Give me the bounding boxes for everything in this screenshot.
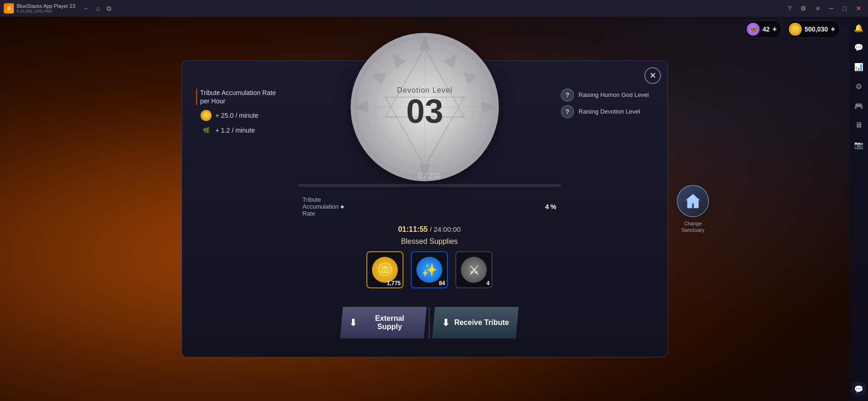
tribute-rate-items: 🪙 + 25.0 / minute 🌿 + 1.2 / minute (196, 110, 298, 136)
accumulation-rate-section: Tribute Accumulation Rate ◆ 4 % (298, 196, 561, 217)
gold-rate-value: + 25.0 / minute (215, 112, 258, 119)
top-nav: ← ⌂ ⧉ (81, 4, 113, 13)
svg-marker-17 (686, 194, 700, 208)
change-sanctuary-button[interactable]: Change Sanctuary (677, 185, 709, 233)
help-icon-1: ? (561, 89, 574, 102)
app-name: BlueStacks App Player 23 5.21.631.1001 P… (17, 3, 75, 13)
home-button[interactable]: ⌂ (94, 4, 102, 13)
sanctuary-label: Change Sanctuary (681, 220, 704, 233)
receive-tribute-icon: ⬇ (442, 317, 450, 328)
button-divider (428, 307, 430, 338)
copy-button[interactable]: ⧉ (104, 4, 113, 13)
coin-currency: 🪙 500,030 + (786, 20, 840, 38)
sidebar-icon-3[interactable]: 📊 (852, 60, 865, 73)
coin-plus-button[interactable]: + (831, 25, 835, 33)
rate-percent: 4 % (545, 203, 556, 210)
right-sidebar: 🔔 💬 📊 ⚙ 🎮 🖥 📷 💬 (849, 17, 868, 401)
maximize-button[interactable]: □ (840, 4, 849, 13)
sidebar-icon-5[interactable]: 🎮 (852, 99, 865, 112)
bottom-buttons: ⬇ External Supply ⬇ Receive Tribute (340, 307, 518, 338)
sanctuary-circle-icon (677, 185, 709, 217)
minimize-button[interactable]: ─ (826, 4, 837, 13)
help-item-2[interactable]: ? Raising Devotion Level (561, 105, 654, 118)
sidebar-icon-chat[interactable]: 💬 (851, 382, 866, 396)
spirit-rate-value: + 1.2 / minute (215, 127, 255, 134)
game-hud-currencies: 🦋 42 + 🪙 500,030 + (744, 20, 840, 38)
external-supply-button[interactable]: ⬇ External Supply (340, 307, 427, 338)
external-supply-icon: ⬇ (349, 317, 357, 328)
butterfly-plus-button[interactable]: + (773, 25, 777, 33)
top-bar: B BlueStacks App Player 23 5.21.631.1001… (0, 0, 868, 17)
supply-item-exp[interactable]: ✨ 84 (411, 251, 448, 288)
external-supply-label: External Supply (362, 314, 417, 331)
rate-label: Tribute Accumulation Rate ◆ (302, 196, 344, 217)
menu-button[interactable]: ≡ (813, 4, 822, 13)
svg-marker-15 (393, 54, 406, 69)
supply-item3-count: 4 (486, 280, 490, 286)
supply-exp-icon: ✨ (416, 257, 442, 283)
help-icon-2: ? (561, 105, 574, 118)
svg-marker-9 (419, 35, 431, 50)
receive-tribute-button[interactable]: ⬇ Receive Tribute (432, 307, 519, 338)
progress-text: 0 / 200 (298, 172, 561, 180)
sidebar-icon-2[interactable]: 💬 (852, 41, 865, 54)
coin-icon: 🪙 (789, 23, 802, 36)
butterfly-currency: 🦋 42 + (744, 20, 782, 38)
spirit-rate-icon: 🌿 (201, 125, 212, 136)
coin-count: 500,030 (805, 25, 828, 33)
receive-tribute-label: Receive Tribute (454, 318, 509, 327)
tribute-rate-title: Tribute Accumulation Rate per Hour (200, 89, 276, 105)
home-icon (684, 191, 702, 210)
help-text-2: Raising Devotion Level (579, 108, 640, 116)
timer-separator: / (430, 225, 434, 233)
tribute-rate-item-gold: 🪙 + 25.0 / minute (201, 110, 298, 121)
app-icon: B (4, 3, 14, 13)
supply-gold-count: 1,775 (387, 280, 401, 286)
timer-max: 24:00:00 (434, 225, 460, 233)
diamond-icon: ◆ (340, 204, 344, 209)
tribute-accumulation-text: Tribute Accumulation Rate (302, 196, 339, 217)
timer-current: 01:11:55 (398, 225, 428, 233)
modal-center-content: 0 / 200 Tribute Accumulation Rate ◆ 4 % … (298, 75, 561, 338)
progress-section: 0 / 200 (298, 172, 561, 191)
sidebar-icon-4[interactable]: ⚙ (852, 80, 865, 93)
sidebar-icon-6[interactable]: 🖥 (852, 119, 865, 132)
supply-item-3[interactable]: ⚔ 4 (455, 251, 492, 288)
back-button[interactable]: ← (81, 4, 92, 13)
supplies-row: 🪙 1,775 ✨ 84 ⚔ 4 (366, 251, 492, 288)
right-info-panel: ? Raising Humon God Level ? Raising Devo… (561, 75, 654, 338)
sidebar-icon-7[interactable]: 📷 (852, 138, 865, 151)
help-text-1: Raising Humon God Level (579, 91, 649, 99)
tribute-rate-header: Tribute Accumulation Rate per Hour (196, 89, 298, 105)
svg-marker-13 (444, 54, 457, 69)
progress-bar-container (298, 184, 561, 187)
blessed-supplies-label: Blessed Supplies (401, 237, 458, 246)
help-button[interactable]: ? (785, 4, 794, 13)
tribute-rate-panel: Tribute Accumulation Rate per Hour 🪙 + 2… (196, 75, 298, 338)
help-item-1[interactable]: ? Raising Humon God Level (561, 89, 654, 102)
timer-section: 01:11:55 / 24:00:00 (298, 225, 561, 234)
settings-button[interactable]: ⚙ (798, 4, 809, 13)
app-logo: B BlueStacks App Player 23 5.21.631.1001… (4, 3, 75, 13)
tribute-rate-item-spirit: 🌿 + 1.2 / minute (201, 125, 298, 136)
modal-overlay: ✕ (0, 17, 849, 401)
window-controls: ? ⚙ ≡ ─ □ ✕ (785, 4, 864, 13)
supply-item-gold[interactable]: 🪙 1,775 (366, 251, 403, 288)
sidebar-icon-1[interactable]: 🔔 (852, 21, 865, 34)
main-modal: ✕ (182, 60, 668, 357)
red-accent-bar (196, 89, 197, 105)
supply-gold-icon: 🪙 (372, 257, 398, 283)
butterfly-icon: 🦋 (747, 23, 760, 36)
supply-item3-icon: ⚔ (461, 257, 487, 283)
butterfly-count: 42 (762, 25, 770, 33)
close-button[interactable]: ✕ (853, 4, 864, 13)
gold-rate-icon: 🪙 (201, 110, 212, 121)
supply-exp-count: 84 (439, 280, 445, 286)
